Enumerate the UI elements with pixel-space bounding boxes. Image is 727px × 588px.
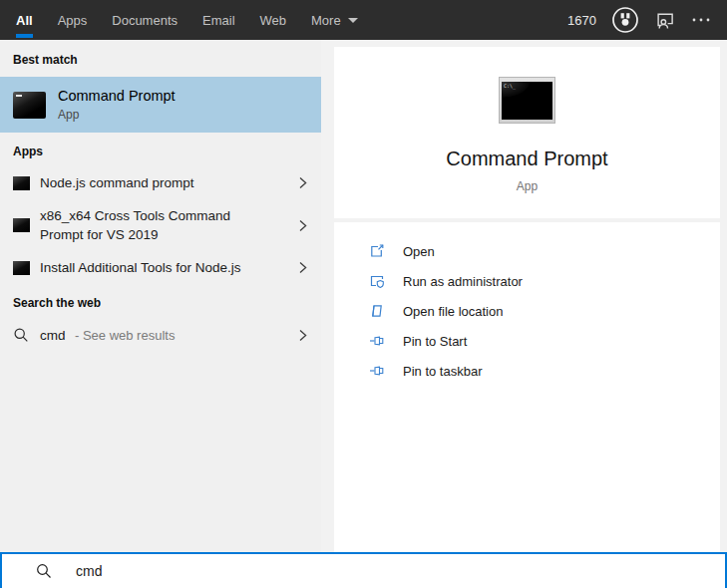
search-filter-bar: All Apps Documents Email Web More 1670 bbox=[0, 0, 727, 40]
result-title: Command Prompt bbox=[58, 88, 176, 104]
preview-panel: C:\_ Command Prompt App Open bbox=[321, 40, 727, 552]
tab-apps[interactable]: Apps bbox=[58, 0, 88, 40]
user-feedback-icon[interactable] bbox=[654, 11, 676, 30]
action-run-as-administrator[interactable]: Run as administrator bbox=[334, 266, 720, 296]
tab-web[interactable]: Web bbox=[260, 0, 287, 40]
terminal-app-icon bbox=[13, 261, 30, 275]
pin-icon bbox=[369, 363, 385, 379]
tab-documents[interactable]: Documents bbox=[112, 0, 178, 40]
web-search-label: cmd - See web results bbox=[40, 325, 264, 345]
search-input[interactable] bbox=[76, 554, 725, 588]
action-label: Open bbox=[403, 244, 435, 259]
tab-more-label: More bbox=[311, 13, 341, 28]
command-prompt-icon-large: C:\_ bbox=[499, 77, 555, 124]
app-result-cross-tools-command-prompt[interactable]: x86_x64 Cross Tools Command Prompt for V… bbox=[0, 199, 321, 251]
admin-shield-icon bbox=[369, 273, 385, 289]
section-header-search-the-web: Search the web bbox=[0, 284, 321, 318]
action-open-file-location[interactable]: Open file location bbox=[334, 296, 720, 326]
app-result-nodejs-command-prompt[interactable]: Node.js command prompt bbox=[0, 166, 321, 199]
web-search-query: cmd bbox=[40, 328, 66, 343]
pin-icon bbox=[369, 333, 385, 349]
search-icon bbox=[36, 563, 52, 579]
action-label: Run as administrator bbox=[403, 274, 523, 289]
chevron-right-icon[interactable] bbox=[296, 218, 309, 233]
app-result-label: Node.js command prompt bbox=[40, 173, 264, 192]
action-pin-to-taskbar[interactable]: Pin to taskbar bbox=[334, 356, 720, 386]
prompt-text: C:\_ bbox=[504, 83, 516, 89]
app-result-install-additional-tools[interactable]: Install Additional Tools for Node.js bbox=[0, 251, 321, 284]
rewards-points: 1670 bbox=[567, 13, 596, 28]
command-prompt-icon-screen: C:\_ bbox=[502, 82, 552, 120]
preview-subtitle: App bbox=[517, 179, 538, 193]
folder-icon bbox=[369, 303, 385, 319]
best-match-result[interactable]: Command Prompt App bbox=[0, 77, 321, 133]
web-search-result[interactable]: cmd - See web results bbox=[0, 318, 321, 352]
preview-title: Command Prompt bbox=[446, 147, 607, 170]
command-prompt-icon bbox=[13, 92, 46, 119]
web-search-suffix: - See web results bbox=[75, 328, 175, 343]
app-result-label: Install Additional Tools for Node.js bbox=[40, 258, 264, 277]
chevron-right-icon[interactable] bbox=[296, 175, 309, 190]
action-pin-to-start[interactable]: Pin to Start bbox=[334, 326, 720, 356]
preview-card: C:\_ Command Prompt App bbox=[334, 47, 720, 218]
action-label: Pin to Start bbox=[403, 334, 467, 349]
result-subtitle: App bbox=[58, 108, 176, 122]
rewards-medal-icon[interactable] bbox=[611, 6, 639, 34]
search-icon bbox=[13, 327, 29, 343]
section-header-apps: Apps bbox=[0, 133, 321, 166]
tab-all[interactable]: All bbox=[16, 0, 33, 40]
chevron-down-icon bbox=[348, 18, 358, 23]
action-open[interactable]: Open bbox=[334, 236, 720, 266]
results-panel: Best match Command Prompt App Apps Node.… bbox=[0, 40, 321, 552]
search-bar bbox=[0, 552, 727, 588]
more-options-icon[interactable] bbox=[691, 16, 711, 24]
terminal-app-icon bbox=[13, 218, 30, 232]
section-header-best-match: Best match bbox=[0, 40, 321, 75]
action-label: Pin to taskbar bbox=[403, 364, 483, 379]
actions-card: Open Run as administrator Open file loca… bbox=[334, 222, 720, 552]
tab-more[interactable]: More bbox=[311, 0, 358, 40]
open-icon bbox=[369, 243, 385, 259]
terminal-app-icon bbox=[13, 176, 30, 190]
chevron-right-icon[interactable] bbox=[296, 260, 309, 275]
topbar-right-cluster: 1670 bbox=[567, 6, 711, 34]
tab-email[interactable]: Email bbox=[202, 0, 235, 40]
chevron-right-icon[interactable] bbox=[296, 328, 309, 343]
filter-tabs: All Apps Documents Email Web More bbox=[16, 0, 358, 40]
action-label: Open file location bbox=[403, 304, 503, 319]
app-result-label: x86_x64 Cross Tools Command Prompt for V… bbox=[40, 206, 264, 244]
